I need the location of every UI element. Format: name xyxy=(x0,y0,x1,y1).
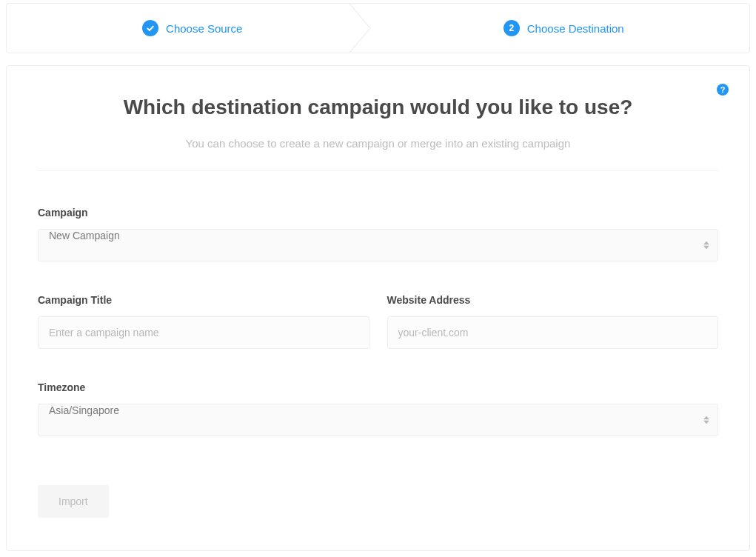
help-icon[interactable]: ? xyxy=(717,84,729,96)
website-address-input[interactable] xyxy=(387,316,719,349)
page-subtitle: You can choose to create a new campaign … xyxy=(38,137,718,150)
campaign-field: Campaign New Campaign xyxy=(38,207,718,261)
step-label: Choose Source xyxy=(166,22,242,35)
campaign-title-input[interactable] xyxy=(38,316,369,349)
wizard-stepper: Choose Source 2 Choose Destination xyxy=(6,3,750,53)
import-button[interactable]: Import xyxy=(38,485,109,518)
step-choose-destination[interactable]: 2 Choose Destination xyxy=(378,4,750,53)
check-icon xyxy=(142,20,158,36)
campaign-title-label: Campaign Title xyxy=(38,294,369,306)
campaign-label: Campaign xyxy=(38,207,718,219)
website-address-field: Website Address xyxy=(387,294,719,349)
destination-panel: ? Which destination campaign would you l… xyxy=(6,65,750,551)
page-title: Which destination campaign would you lik… xyxy=(38,96,718,119)
step-label: Choose Destination xyxy=(527,22,624,35)
divider xyxy=(38,170,718,171)
timezone-select[interactable]: Asia/Singapore xyxy=(38,404,718,436)
campaign-title-field: Campaign Title xyxy=(38,294,369,349)
timezone-field: Timezone Asia/Singapore xyxy=(38,381,718,436)
timezone-label: Timezone xyxy=(38,381,718,393)
step-choose-source[interactable]: Choose Source xyxy=(7,4,378,53)
chevron-right-icon xyxy=(349,4,379,53)
campaign-select[interactable]: New Campaign xyxy=(38,229,718,261)
step-number-badge: 2 xyxy=(504,20,520,36)
website-address-label: Website Address xyxy=(387,294,719,306)
